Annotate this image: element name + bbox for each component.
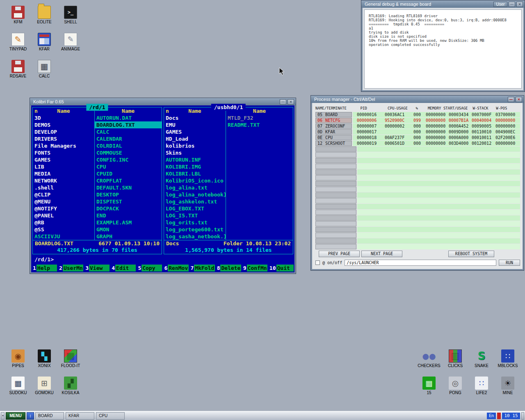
file-item[interactable]: GMON	[95, 226, 162, 233]
desktop-icon-mblocks[interactable]: ∷MBLOCKS	[495, 349, 521, 377]
file-item[interactable]: ASCIIVJU	[33, 233, 94, 240]
file-item[interactable]: 3D	[33, 114, 94, 121]
file-item[interactable]: @SS	[33, 226, 94, 233]
desktop-icon-pipes[interactable]: ◉PIPES	[5, 349, 31, 377]
file-item[interactable]: CROPFLAT	[95, 177, 162, 184]
file-item[interactable]: AUTORUN.DAT	[95, 114, 162, 121]
fkey-quit[interactable]: 10Quit	[269, 265, 294, 272]
process-row[interactable]: 05BOARD0000001600036AC100000000000000034…	[315, 112, 520, 117]
run-button[interactable]: RUN	[499, 260, 520, 266]
prev-page-button[interactable]: PREV PAGE	[319, 251, 360, 257]
file-item[interactable]: COMMOUSE	[95, 149, 162, 156]
file-item[interactable]: DEFAULT.SKN	[95, 184, 162, 191]
file-item[interactable]: LOG_I5.TXT	[164, 212, 226, 219]
process-row[interactable]: 12SCRSHOOT000000190006501D00000000000003…	[315, 141, 520, 146]
desktop-icon-clicks[interactable]: ▥CLICKS	[442, 349, 468, 377]
file-item[interactable]: HD_Load	[164, 135, 226, 142]
file-item[interactable]: EMU	[164, 121, 226, 128]
file-item[interactable]: LOG_EBOX.TXT	[164, 205, 226, 212]
taskbar-task-kfar[interactable]: KFAR	[66, 412, 94, 420]
file-item[interactable]: log_sasha_netbook.}	[164, 233, 226, 240]
fkey-confmn[interactable]: 9ConfMn	[242, 265, 267, 272]
file-item[interactable]: log_orits.txt	[164, 219, 226, 226]
file-item[interactable]: @MENU	[33, 198, 94, 205]
desktop-icon-checkers[interactable]: ●●CHECKERS	[416, 349, 442, 377]
desktop-icon-tinypad[interactable]: ✎TINYPAD	[5, 33, 31, 60]
desktop-icon-pong[interactable]: ◎PONG	[442, 377, 468, 404]
language-indicator[interactable]: En	[487, 413, 496, 419]
fkey-renmov[interactable]: 6RenMov	[163, 265, 188, 272]
fkey-delete[interactable]: 8Delete	[216, 265, 241, 272]
desktop-icon-kfar[interactable]: KFAR	[31, 33, 57, 60]
desktop-icon-shell[interactable]: >_SHELL	[57, 6, 84, 33]
left-panel-path[interactable]: /rd/1	[86, 104, 108, 111]
file-item[interactable]: DOCPACK	[95, 205, 162, 212]
file-item[interactable]: CALENDAR	[95, 135, 162, 142]
file-item[interactable]: DISPTEST	[95, 198, 162, 205]
file-item[interactable]: COLRDIAL	[95, 142, 162, 149]
file-item[interactable]: KOLIBRI.IMG	[164, 163, 226, 170]
debug-window-titlebar[interactable]: General debug & message board User — ×	[361, 0, 525, 8]
desktop-icon-eolite[interactable]: EOLITE	[31, 6, 57, 33]
pm-window-titlebar[interactable]: Process manager - Ctrl/Alt/Del — ×	[311, 96, 524, 103]
desktop-icon-calc[interactable]: ▦CALC	[31, 60, 57, 87]
menu-button[interactable]: MENU	[6, 412, 25, 420]
minimize-icon[interactable]: —	[509, 2, 515, 7]
file-item[interactable]: MTLD_F32	[226, 114, 293, 121]
taskbar-corner-button[interactable]	[521, 412, 524, 420]
far-window-titlebar[interactable]: Kolibri Far 0.65 — ×	[30, 98, 296, 105]
desktop-icon-rdsave[interactable]: RDSAVE	[5, 60, 31, 87]
right-panel-path[interactable]: /usbhd0/1	[211, 104, 246, 111]
fkey-usermn[interactable]: 2UserMn	[58, 265, 83, 272]
file-item[interactable]: DEMOS	[33, 121, 94, 128]
fkey-view[interactable]: 3View	[84, 265, 110, 272]
user-mode-button[interactable]: User	[493, 2, 507, 7]
file-item[interactable]: log_alina.txt	[164, 184, 226, 191]
file-item[interactable]: @NOTIFY	[33, 205, 94, 212]
fkey-mkfold[interactable]: 7MkFold	[190, 265, 215, 272]
fkey-copy[interactable]: 5Copy	[137, 265, 162, 272]
file-item[interactable]: log_portege600.txt	[164, 226, 226, 233]
desktop-icon-sudoku[interactable]: ▦SUDOKU	[5, 377, 31, 404]
file-item[interactable]: END	[95, 212, 162, 219]
desktop-icon-kfm[interactable]: KFM	[5, 6, 31, 33]
file-item[interactable]: FONTS	[33, 149, 94, 156]
file-item[interactable]: Skins	[164, 149, 226, 156]
file-item[interactable]: DRIVERS	[33, 135, 94, 142]
file-item[interactable]: @PANEL	[33, 212, 94, 219]
file-item[interactable]: GAMES	[33, 156, 94, 163]
process-row[interactable]: 0DKFAR00000017000000000000009D0000011001…	[315, 129, 520, 135]
file-item[interactable]: kolibrios	[164, 142, 226, 149]
minimize-icon[interactable]: —	[280, 99, 286, 105]
desktop-icon-xonix[interactable]: ▚XONIX	[31, 349, 57, 377]
taskbar-task-cpu[interactable]: CPU	[96, 412, 125, 420]
file-item[interactable]: AUTORUN.INF	[164, 156, 226, 163]
process-row[interactable]: 06NETCFG000000069520900C0990000000000007…	[315, 118, 520, 123]
file-item[interactable]: @RB	[33, 219, 94, 226]
file-item[interactable]: File Managers	[33, 142, 94, 149]
desktop-icon-kosilka[interactable]: ▞KOSILKA	[57, 377, 84, 404]
file-item[interactable]: BOARDLOG.TXT	[95, 121, 162, 128]
clock[interactable]: 10 15	[502, 413, 520, 419]
close-icon[interactable]: ×	[516, 97, 522, 102]
desktop-icon-gomoku[interactable]: ⊞GOMOKU	[31, 377, 57, 404]
file-item[interactable]: DESKTOP	[95, 191, 162, 198]
process-name-cell[interactable]: 06NETCFG	[315, 118, 352, 123]
desktop-icon-15[interactable]: ▦15	[416, 377, 442, 404]
column-header-name[interactable]: Name	[33, 107, 94, 114]
process-row[interactable]: 0ECPU0000001800AF237F000000000000000A000…	[315, 135, 520, 140]
file-item[interactable]: CALC	[95, 128, 162, 135]
file-item[interactable]: GAMES	[164, 128, 226, 135]
file-item[interactable]: .shell	[33, 184, 94, 191]
file-item[interactable]: CPUID	[95, 170, 162, 177]
desktop-icon-flood-it[interactable]: ▦FLOOD-IT	[57, 349, 84, 377]
minimize-icon[interactable]: —	[508, 97, 514, 102]
process-name-cell[interactable]: 0ECPU	[315, 135, 352, 140]
onoff-checkbox[interactable]	[315, 260, 320, 265]
file-item[interactable]: EXAMPLE.ASM	[95, 219, 162, 226]
file-item[interactable]: @CLIP	[33, 191, 94, 198]
file-item[interactable]: LIB	[33, 163, 94, 170]
reboot-system-button[interactable]: REBOOT SYSTEM	[448, 251, 494, 257]
process-name-cell[interactable]: 07ZEROCONF	[315, 123, 352, 129]
desktop-icon-life2[interactable]: ∷LIFE2	[468, 377, 495, 404]
